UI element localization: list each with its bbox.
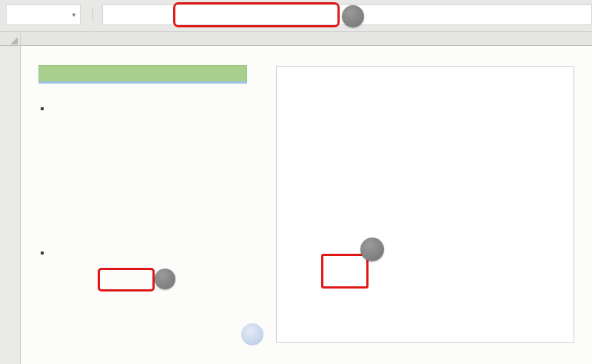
- column-header-row: [0, 32, 592, 46]
- stacked-column-chart[interactable]: [276, 66, 574, 343]
- select-all-corner[interactable]: [0, 32, 21, 46]
- worksheet-title-banner: [38, 65, 247, 84]
- source-data-table: [41, 107, 44, 110]
- chevron-down-icon[interactable]: ▾: [72, 11, 75, 18]
- annotation-step-1-badge: [360, 237, 384, 261]
- sheet-area[interactable]: [21, 46, 592, 364]
- annotation-box-cell-c12: [98, 268, 155, 291]
- annotation-box-formula: [173, 2, 340, 27]
- annotation-step-2-badge: [342, 5, 364, 27]
- row-header-column: [0, 46, 21, 364]
- formula-toolbar: ▾: [0, 0, 592, 32]
- excel-window: ▾: [0, 0, 592, 364]
- name-box[interactable]: ▾: [6, 4, 81, 25]
- percentage-table: [41, 252, 44, 255]
- select-all-triangle-icon: [10, 37, 18, 44]
- annotation-step-3-badge: [155, 269, 175, 289]
- exceldemy-logo-icon: [241, 323, 263, 346]
- toolbar-divider: [92, 9, 93, 21]
- annotation-box-data-point: [321, 254, 369, 289]
